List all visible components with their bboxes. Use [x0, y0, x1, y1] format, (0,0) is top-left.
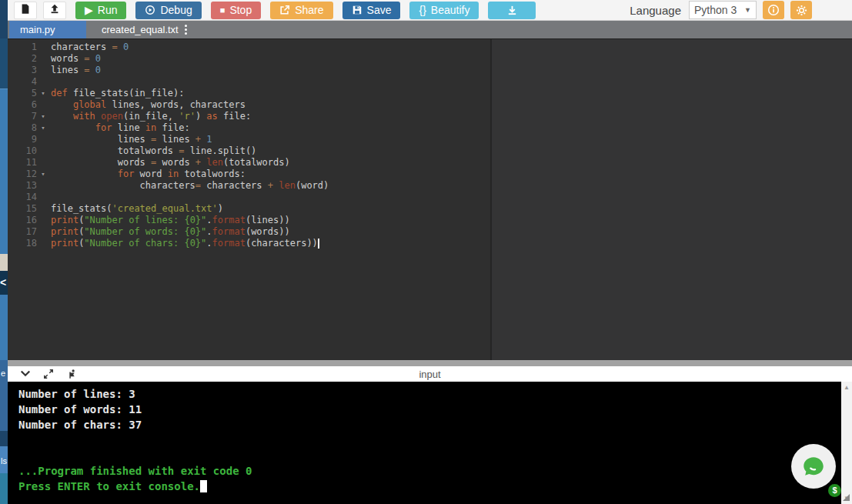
code-line[interactable]: lines = lines + 1 [51, 134, 852, 145]
input-label: input [8, 369, 852, 380]
code-line[interactable]: print("Number of lines: {0}".format(line… [51, 215, 852, 226]
code-line[interactable]: print("Number of chars: {0}".format(char… [51, 238, 852, 249]
code-line[interactable] [51, 76, 852, 88]
info-button[interactable] [763, 1, 784, 19]
run-button[interactable]: ▶ Run [75, 2, 126, 19]
onlinegdb-ide: < els ▶ Run Debug ■ [0, 0, 852, 504]
sidebar-clipped-label: ls [1, 456, 7, 466]
line-number[interactable]: 2 [8, 53, 51, 65]
code-line[interactable]: totalwords = line.split() [51, 145, 852, 157]
code-line[interactable]: global lines, words, characters [51, 99, 852, 111]
code-line[interactable]: lines = 0 [51, 65, 852, 76]
open-project-button[interactable] [43, 2, 66, 19]
console-line: ...Program finished with exit code 0 [18, 463, 841, 479]
expand-console-icon[interactable] [42, 367, 55, 381]
fold-arrow-icon[interactable]: ▾ [37, 169, 49, 180]
code-line[interactable]: words = 0 [51, 53, 852, 65]
line-number[interactable]: 18 [8, 238, 51, 249]
console-cursor [200, 480, 207, 492]
editor-tabbar: main.py created_equal.txt [8, 21, 852, 38]
fold-arrow-icon[interactable]: ▾ [37, 111, 49, 122]
coin-badge-icon[interactable]: $ [828, 484, 841, 497]
tab-menu-dots-icon[interactable] [185, 25, 187, 35]
line-number[interactable]: 17 [8, 226, 51, 238]
console-line: Number of chars: 37 [18, 417, 841, 432]
line-number[interactable]: 15 [8, 203, 51, 215]
save-label: Save [367, 4, 392, 16]
line-number[interactable]: 9 [8, 134, 51, 145]
console-line: Number of lines: 3 [18, 386, 841, 402]
language-label: Language [630, 4, 681, 17]
stop-label: Stop [229, 4, 252, 16]
code-line[interactable]: for word in totalwords: [51, 169, 852, 180]
line-number[interactable]: 3 [8, 65, 51, 76]
code-line[interactable]: with open(in_file, 'r') as file: [51, 111, 852, 122]
stop-button[interactable]: ■ Stop [211, 2, 261, 19]
code-line[interactable]: words = words + len(totalwords) [51, 157, 852, 169]
sidebar-segment [0, 38, 8, 88]
sidebar-segment [0, 254, 8, 271]
sidebar-segment [0, 295, 8, 360]
sidebar-segment [0, 88, 8, 254]
console-scrollbar[interactable]: ▲ ▼ [841, 382, 852, 504]
save-button[interactable]: Save [342, 2, 401, 19]
fold-arrow-icon[interactable]: ▾ [37, 122, 49, 134]
sidebar-segment [0, 473, 8, 504]
collapse-console-icon[interactable] [18, 367, 32, 381]
code-line[interactable]: for line in file: [51, 122, 852, 134]
code-line[interactable]: def file_stats(in_file): [51, 88, 852, 99]
tab-main-py[interactable]: main.py [9, 21, 86, 38]
upload-arrow-icon [49, 3, 60, 17]
resize-corner-handle[interactable] [843, 494, 850, 501]
toolbar: ▶ Run Debug ■ Stop Share Save {} [8, 0, 852, 21]
scroll-up-icon[interactable]: ▲ [844, 382, 850, 393]
line-number[interactable]: 8▾ [8, 122, 51, 134]
line-number[interactable]: 6 [8, 99, 51, 111]
run-label: Run [98, 4, 118, 16]
console-splitter-handle[interactable] [8, 360, 852, 366]
console-line [18, 432, 841, 448]
info-icon [767, 4, 780, 16]
line-number[interactable]: 11 [8, 157, 51, 169]
code-line[interactable]: characters = 0 [51, 42, 852, 53]
gutter: 12345▾67▾8▾9101112▾131415161718 [8, 42, 51, 249]
code-editor[interactable]: 12345▾67▾8▾9101112▾131415161718 characte… [8, 38, 852, 360]
settings-button[interactable] [790, 1, 812, 19]
line-number[interactable]: 10 [8, 145, 51, 157]
share-button[interactable]: Share [270, 2, 332, 19]
code-line[interactable] [51, 192, 852, 203]
line-number[interactable]: 12▾ [8, 169, 51, 180]
new-file-button[interactable] [14, 2, 37, 19]
sidebar-segment [0, 0, 8, 38]
file-icon [20, 3, 31, 18]
download-button[interactable] [488, 2, 536, 19]
text-cursor [318, 239, 319, 249]
braces-icon: {} [419, 4, 426, 16]
console-share-icon[interactable] [65, 367, 79, 381]
code-line[interactable]: characters= characters + len(word) [51, 180, 852, 192]
console-line: Press ENTER to exit console. [18, 479, 841, 494]
beautify-button[interactable]: {} Beautify [409, 2, 479, 19]
console-output[interactable]: Number of lines: 3Number of words: 11Num… [8, 382, 841, 504]
line-number[interactable]: 14 [8, 192, 51, 203]
line-number[interactable]: 16 [8, 215, 51, 226]
chat-widget-button[interactable] [791, 444, 836, 489]
line-number[interactable]: 4 [8, 76, 51, 88]
sidebar-segment [0, 431, 8, 446]
debug-button[interactable]: Debug [135, 2, 201, 19]
code-line[interactable]: print("Number of words: {0}".format(word… [51, 226, 852, 238]
tab-label: created_equal.txt [102, 24, 179, 35]
line-number[interactable]: 1 [8, 42, 51, 53]
sidebar-collapse-chevron[interactable]: < [0, 271, 8, 295]
sidebar-clipped-label: e [1, 369, 5, 378]
collapsed-left-sidebar[interactable]: < els [0, 0, 8, 504]
stop-square-icon: ■ [220, 5, 226, 15]
line-number[interactable]: 7▾ [8, 111, 51, 122]
fold-arrow-icon[interactable]: ▾ [37, 88, 49, 99]
line-number[interactable]: 5▾ [8, 88, 51, 99]
language-select[interactable]: Python 3 ▼ [689, 1, 757, 19]
tab-created-equal-txt[interactable]: created_equal.txt [91, 21, 198, 38]
code-lines: characters = 0words = 0lines = 0def file… [51, 42, 852, 249]
line-number[interactable]: 13 [8, 180, 51, 192]
code-line[interactable]: file_stats('created_equal.txt') [51, 203, 852, 215]
